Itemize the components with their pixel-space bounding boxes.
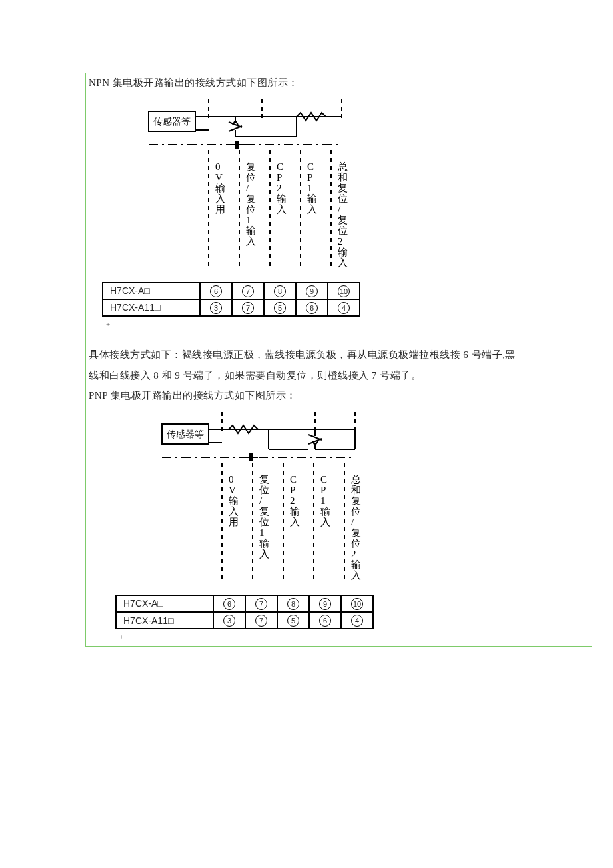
content-box: NPN 集电极开路输出的接线方式如下图所示： 传感器等 bbox=[85, 73, 592, 647]
row-hdr-a: H7CX-A□ bbox=[103, 283, 200, 299]
term-num: 8 bbox=[274, 285, 286, 297]
pnp-terminal-table: H7CX-A□ 6 7 8 9 10 H7CX-A11□ 3 7 5 6 4 bbox=[115, 595, 374, 630]
table-row: H7CX-A□ 6 7 8 9 10 bbox=[103, 283, 360, 299]
term-num: 5 bbox=[274, 302, 286, 314]
col1-label: 复位/复位1输入 bbox=[246, 161, 256, 247]
plus-mark: + bbox=[115, 633, 123, 641]
mid-para1: 具体接线方式如下：褐线接电源正极，蓝线接电源负极，再从电源负极端拉根线接 6 号… bbox=[89, 345, 592, 365]
svg-text:CP2输入: CP2输入 bbox=[290, 474, 300, 527]
term-num: 4 bbox=[338, 302, 350, 314]
row-hdr-a11: H7CX-A11□ bbox=[103, 299, 200, 316]
table-row: H7CX-A11□ 3 7 5 6 4 bbox=[116, 612, 373, 629]
term-num: 6 bbox=[210, 285, 222, 297]
svg-text:CP1输入: CP1输入 bbox=[320, 474, 330, 527]
col3-label: CP1输入 bbox=[307, 161, 317, 215]
term-num: 9 bbox=[306, 285, 318, 297]
intro-pnp: PNP 集电极开路输出的接线方式如下图所示： bbox=[89, 386, 592, 405]
table-row: H7CX-A11□ 3 7 5 6 4 bbox=[103, 299, 360, 316]
npn-terminal-table: H7CX-A□ 6 7 8 9 10 H7CX-A11□ 3 7 5 6 4 bbox=[102, 282, 360, 317]
svg-text:总和复位/复位2输入: 总和复位/复位2输入 bbox=[350, 474, 361, 581]
term-num: 3 bbox=[210, 302, 222, 314]
table-row: H7CX-A□ 6 7 8 9 10 bbox=[116, 595, 373, 612]
col4-label: 总和复位/复位2输入 bbox=[337, 161, 348, 268]
mid-para2: 线和白线接入 8 和 9 号端子，如果需要自动复位，则橙线接入 7 号端子。 bbox=[89, 366, 592, 385]
plus-mark: + bbox=[102, 320, 110, 328]
term-num: 6 bbox=[306, 302, 318, 314]
term-num: 7 bbox=[242, 302, 254, 314]
pnp-diagram: 传感器等 bbox=[115, 409, 592, 641]
svg-text:0V输入用: 0V输入用 bbox=[229, 474, 239, 527]
svg-text:复位/复位1输入: 复位/复位1输入 bbox=[259, 474, 269, 559]
sensor-label-pnp: 传感器等 bbox=[167, 429, 204, 439]
col0-label: 0V输入用 bbox=[215, 161, 225, 215]
term-num: 7 bbox=[242, 285, 254, 297]
intro-npn: NPN 集电极开路输出的接线方式如下图所示： bbox=[89, 73, 592, 93]
npn-diagram: 传感器等 bbox=[102, 97, 592, 329]
col2-label: CP2输入 bbox=[277, 161, 287, 215]
term-num: 10 bbox=[338, 285, 350, 297]
sensor-label-npn: 传感器等 bbox=[153, 117, 191, 127]
